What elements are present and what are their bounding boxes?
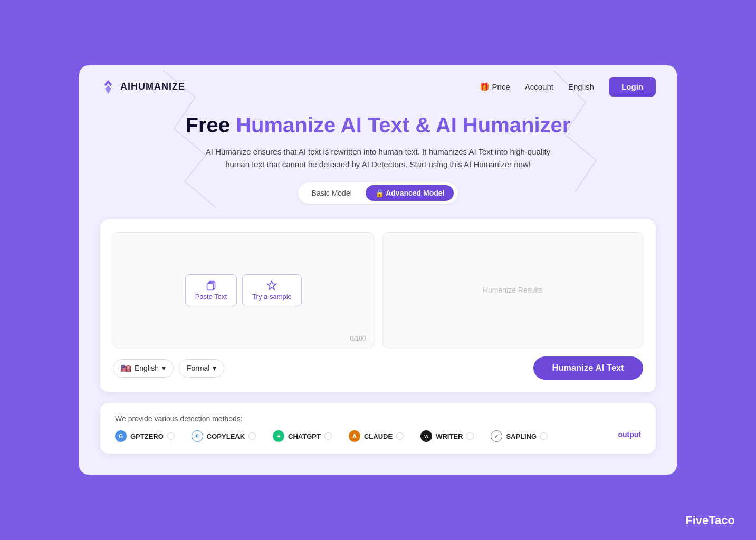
copyleak-radio[interactable] xyxy=(248,432,256,440)
hero-title: Free Humanize AI Text & AI Humanizer xyxy=(100,113,656,137)
gptzero-logo: G xyxy=(115,430,127,442)
flag-icon: 🇺🇸 xyxy=(121,363,131,373)
chatgpt-logo: ✦ xyxy=(273,430,284,442)
detector-chatgpt: ✦ CHATGPT xyxy=(273,430,332,442)
price-label: Price xyxy=(492,82,510,91)
main-card: Paste Text Try a sample 0/100 Humanize R… xyxy=(100,219,656,392)
try-sample-button[interactable]: Try a sample xyxy=(242,274,302,306)
chatgpt-label: CHATGPT xyxy=(288,432,321,440)
detectors-row: G GPTZERO © COPYLEAK ✦ CHATGPT A CLAUDE xyxy=(115,430,641,442)
copyleak-label: COPYLEAK xyxy=(207,432,245,440)
hero-section: Free Humanize AI Text & AI Humanizer AI … xyxy=(79,108,677,219)
chevron-down-icon: ▾ xyxy=(162,364,166,372)
detector-sapling: ✓ SAPLING xyxy=(491,430,548,442)
claude-label: CLAUDE xyxy=(364,432,393,440)
chatgpt-radio[interactable] xyxy=(324,432,332,440)
paste-icon xyxy=(206,280,216,291)
detector-writer: W WRITER xyxy=(420,430,474,442)
logo-text: AIHUMANIZE xyxy=(120,81,185,92)
price-emoji: 🎁 xyxy=(480,82,490,92)
char-count: 0/100 xyxy=(350,335,366,342)
hero-description: AI Humanize ensures that AI text is rewr… xyxy=(199,146,558,171)
svg-rect-4 xyxy=(207,283,213,290)
gptzero-radio[interactable] xyxy=(167,432,175,440)
advanced-model-tab[interactable]: 🔒 Advanced Model xyxy=(366,185,454,201)
output-placeholder: Humanize Results xyxy=(483,286,543,294)
logo-icon xyxy=(100,79,116,95)
output-link[interactable]: output xyxy=(618,430,641,439)
fivetaco-brand: FiveTaco xyxy=(685,514,735,527)
sapling-radio[interactable] xyxy=(540,432,548,440)
gptzero-label: GPTZERO xyxy=(130,432,164,440)
nav-account[interactable]: Account xyxy=(525,82,553,91)
humanize-button[interactable]: Humanize AI Text xyxy=(533,356,643,380)
tone-dropdown[interactable]: Formal ▾ xyxy=(179,359,225,378)
detector-gptzero: G GPTZERO xyxy=(115,430,175,442)
basic-model-tab[interactable]: Basic Model xyxy=(302,185,361,201)
svg-marker-1 xyxy=(105,85,111,94)
chevron-down-icon: ▾ xyxy=(213,364,216,372)
output-panel: Humanize Results xyxy=(382,232,644,348)
detection-title: We provide various detection methods: xyxy=(115,414,641,423)
hero-title-accent: Humanize AI Text & AI Humanizer xyxy=(236,113,570,137)
language-dropdown[interactable]: 🇺🇸 English ▾ xyxy=(113,359,174,378)
model-tabs: Basic Model 🔒 Advanced Model xyxy=(298,182,458,204)
login-button[interactable]: Login xyxy=(609,77,656,97)
writer-label: WRITER xyxy=(436,432,463,440)
detector-copyleak: © COPYLEAK xyxy=(192,430,256,442)
action-buttons: Paste Text Try a sample xyxy=(185,274,302,306)
editor-row: Paste Text Try a sample 0/100 Humanize R… xyxy=(113,232,643,348)
claude-logo: A xyxy=(349,430,360,442)
lock-icon: 🔒 xyxy=(375,189,384,197)
svg-marker-5 xyxy=(267,281,276,289)
sapling-label: SAPLING xyxy=(506,432,537,440)
input-panel[interactable]: Paste Text Try a sample 0/100 xyxy=(113,232,374,348)
detection-section: We provide various detection methods: G … xyxy=(100,403,656,454)
nav-price[interactable]: 🎁 Price xyxy=(480,82,510,92)
nav-language[interactable]: English xyxy=(568,82,594,91)
star-icon xyxy=(266,280,277,291)
writer-logo: W xyxy=(420,430,432,442)
bottom-controls: 🇺🇸 English ▾ Formal ▾ Humanize AI Text xyxy=(113,356,643,380)
nav-right: 🎁 Price Account English Login xyxy=(480,77,656,97)
detector-claude: A CLAUDE xyxy=(349,430,404,442)
lang-tone: 🇺🇸 English ▾ Formal ▾ xyxy=(113,359,224,378)
paste-text-button[interactable]: Paste Text xyxy=(185,274,237,306)
hero-title-plain: Free xyxy=(186,113,231,137)
copyleak-logo: © xyxy=(192,430,203,442)
claude-radio[interactable] xyxy=(396,432,404,440)
sapling-logo: ✓ xyxy=(491,430,502,442)
logo[interactable]: AIHUMANIZE xyxy=(100,79,185,95)
writer-radio[interactable] xyxy=(466,432,474,440)
navbar: AIHUMANIZE 🎁 Price Account English Login xyxy=(79,65,677,108)
